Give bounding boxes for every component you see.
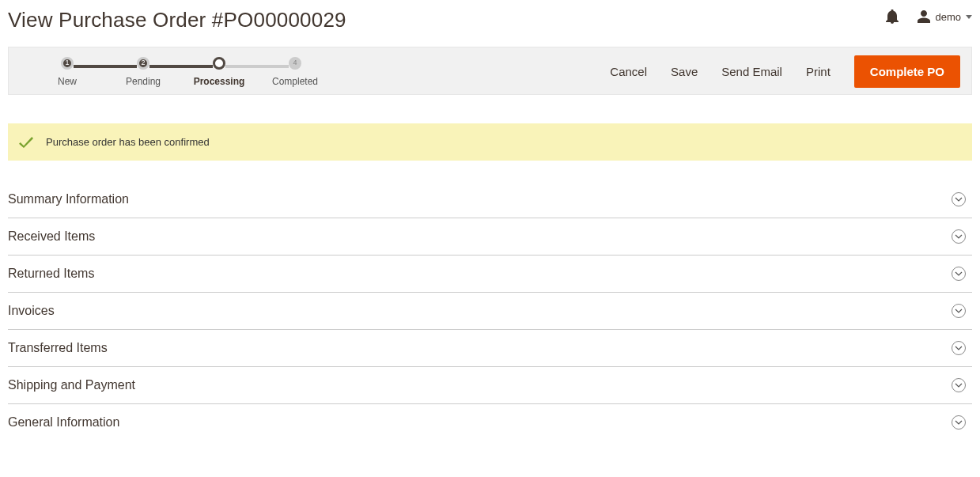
step-pending: 2 Pending <box>105 57 181 87</box>
success-text: Purchase order has been confirmed <box>46 136 210 148</box>
step-new: 1 New <box>29 57 105 87</box>
section-summary-information[interactable]: Summary Information <box>8 181 972 218</box>
step-label: New <box>58 76 77 87</box>
print-button[interactable]: Print <box>806 65 831 78</box>
section-invoices[interactable]: Invoices <box>8 293 972 330</box>
chevron-down-icon <box>952 267 966 281</box>
step-connector <box>74 65 137 68</box>
caret-down-icon <box>966 15 972 19</box>
section-shipping-and-payment[interactable]: Shipping and Payment <box>8 367 972 404</box>
success-banner: Purchase order has been confirmed <box>8 123 972 161</box>
section-title: Invoices <box>8 304 55 318</box>
chevron-down-icon <box>952 192 966 206</box>
step-circle: 1 <box>61 57 74 70</box>
save-button[interactable]: Save <box>671 65 698 78</box>
section-title: General Information <box>8 415 119 430</box>
step-circle: 4 <box>289 57 301 70</box>
section-title: Received Items <box>8 229 95 244</box>
section-received-items[interactable]: Received Items <box>8 218 972 256</box>
section-returned-items[interactable]: Returned Items <box>8 256 972 293</box>
chevron-down-icon <box>952 304 966 318</box>
complete-po-button[interactable]: Complete PO <box>854 55 960 88</box>
chevron-down-icon <box>952 378 966 392</box>
section-title: Returned Items <box>8 267 94 281</box>
send-email-button[interactable]: Send Email <box>721 65 782 78</box>
step-label: Processing <box>194 76 245 87</box>
step-circle <box>213 57 225 70</box>
step-completed: 4 Completed <box>257 57 333 87</box>
progress-steps: 1 New 2 Pending Processing 4 Completed <box>29 57 333 87</box>
check-icon <box>19 137 33 148</box>
section-transferred-items[interactable]: Transferred Items <box>8 330 972 367</box>
chevron-down-icon <box>952 415 966 430</box>
step-label: Pending <box>126 76 161 87</box>
cancel-button[interactable]: Cancel <box>610 65 647 78</box>
step-label: Completed <box>272 76 318 87</box>
section-title: Transferred Items <box>8 341 108 355</box>
notification-bell-icon[interactable] <box>886 9 899 24</box>
section-title: Summary Information <box>8 192 129 206</box>
section-title: Shipping and Payment <box>8 378 135 392</box>
toolbar: 1 New 2 Pending Processing 4 Completed <box>8 47 972 95</box>
step-connector <box>225 65 289 68</box>
step-connector <box>149 65 213 68</box>
chevron-down-icon <box>952 229 966 244</box>
page-title: View Purchase Order #PO00000029 <box>8 8 346 32</box>
user-icon <box>918 10 930 23</box>
chevron-down-icon <box>952 341 966 355</box>
step-circle: 2 <box>137 57 149 70</box>
user-menu[interactable]: demo <box>918 10 972 23</box>
user-name: demo <box>935 11 961 23</box>
section-general-information[interactable]: General Information <box>8 404 972 441</box>
step-processing: Processing <box>181 57 257 87</box>
